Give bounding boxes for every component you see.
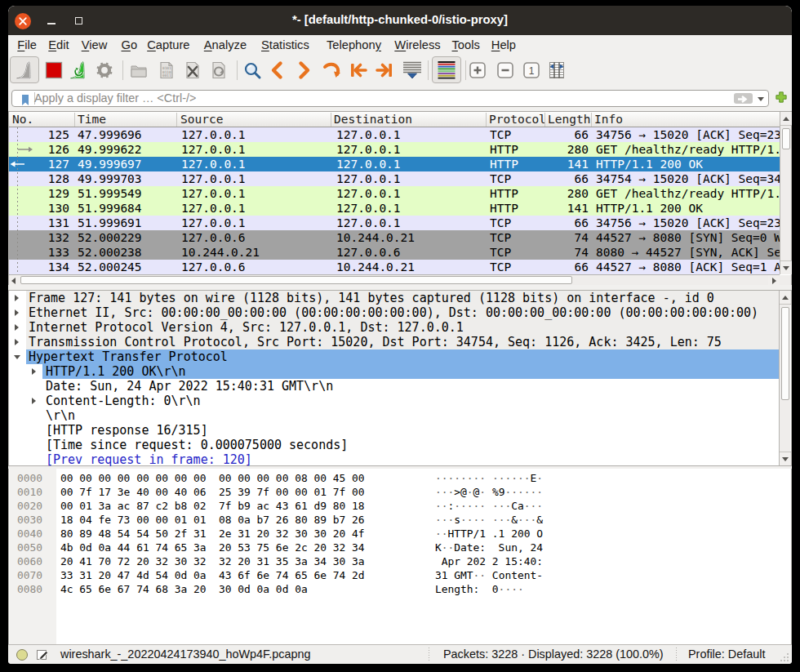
scroll-thumb[interactable] (781, 307, 789, 400)
go-last-packet-icon[interactable] (375, 60, 394, 80)
column-header-protocol[interactable]: Protocol (489, 112, 546, 127)
hex-row-0030[interactable]: 003018 04 fe 73 00 00 01 01 08 0a b7 26 … (9, 513, 791, 527)
column-separator[interactable] (74, 113, 75, 127)
auto-scroll-icon[interactable] (402, 60, 422, 80)
find-packet-icon[interactable] (242, 60, 262, 80)
hex-row-0050[interactable]: 00504b 0d 0a 44 61 74 65 3a 20 53 75 6e … (9, 541, 791, 554)
filter-add-button[interactable] (774, 90, 789, 105)
filter-bookmark-button[interactable] (16, 92, 35, 105)
packet-row-126[interactable]: 12649.999622127.0.0.1127.0.0.1HTTP280GET… (9, 142, 780, 157)
column-header-length[interactable]: Length (548, 112, 590, 127)
go-back-icon[interactable] (268, 60, 287, 80)
menu-help[interactable]: Help (491, 35, 516, 55)
scroll-down-button[interactable] (780, 452, 791, 465)
detail-row[interactable]: Content-Length: 0\r\n (9, 394, 780, 408)
colorize-icon[interactable] (437, 60, 456, 80)
packet-row-128[interactable]: 12849.999703127.0.0.1127.0.0.1TCP6634754… (9, 171, 780, 186)
detail-row[interactable]: Date: Sun, 24 Apr 2022 15:40:31 GMT\r\n (9, 379, 780, 394)
packet-list-hscrollbar[interactable] (9, 274, 780, 285)
menu-analyze[interactable]: Analyze (204, 35, 247, 55)
menu-edit[interactable]: Edit (48, 35, 69, 55)
packet-row-133[interactable]: 13352.00023810.244.0.21127.0.0.6TCP74808… (9, 245, 780, 260)
expand-arrow-icon[interactable] (32, 368, 36, 375)
reload-file-icon[interactable] (209, 60, 229, 80)
packet-row-125[interactable]: 12547.999696127.0.0.1127.0.0.1TCP6634756… (9, 127, 780, 142)
expand-arrow-icon[interactable] (15, 295, 19, 301)
hex-row-0010[interactable]: 001000 7f 17 3e 40 00 40 06 25 39 7f 00 … (9, 485, 791, 499)
hex-row-0000[interactable]: 000000 00 00 00 00 00 00 00 00 00 00 00 … (9, 471, 791, 485)
restart-capture-icon[interactable] (69, 60, 88, 80)
column-header-destination[interactable]: Destination (334, 112, 412, 127)
expand-arrow-icon[interactable] (15, 339, 19, 345)
menu-view[interactable]: View (82, 35, 108, 55)
zoom-out-icon[interactable] (496, 60, 515, 80)
expand-arrow-icon[interactable] (32, 398, 36, 404)
menu-file[interactable]: File (17, 35, 37, 55)
expert-info-button[interactable] (16, 648, 29, 664)
column-separator[interactable] (544, 113, 545, 127)
go-to-packet-icon[interactable] (322, 60, 341, 80)
menu-telephony[interactable]: Telephony (327, 35, 381, 55)
scroll-thumb[interactable] (782, 128, 790, 149)
column-separator[interactable] (486, 113, 487, 127)
normal-size-icon[interactable]: 1 (522, 60, 541, 80)
menu-wireless[interactable]: Wireless (394, 35, 440, 55)
column-header-source[interactable]: Source (180, 112, 223, 127)
scroll-up-button[interactable] (780, 112, 792, 126)
resize-grip[interactable] (777, 650, 790, 663)
stop-capture-icon[interactable] (44, 60, 64, 80)
start-capture-fin-icon[interactable] (15, 60, 34, 80)
capture-file-name[interactable]: wireshark_-_20220424173940_hoWp4F.pcapng (60, 645, 310, 664)
detail-row[interactable]: [Prev request in frame: 120] (9, 452, 780, 467)
detail-row[interactable]: HTTP/1.1 200 OK\r\n (9, 364, 780, 379)
detail-row[interactable]: Hypertext Transfer Protocol (9, 349, 780, 364)
detail-row[interactable]: \r\n (9, 408, 780, 423)
filter-dropdown-caret[interactable] (758, 97, 764, 101)
detail-row[interactable]: Transmission Control Protocol, Src Port:… (9, 335, 780, 349)
menu-tools[interactable]: Tools (452, 35, 480, 55)
detail-row[interactable]: Internet Protocol Version 4, Src: 127.0.… (9, 320, 780, 335)
scroll-left-button[interactable] (9, 275, 20, 285)
hscroll-thumb[interactable] (20, 276, 572, 284)
go-first-packet-icon[interactable] (349, 60, 368, 80)
expand-arrow-icon[interactable] (15, 309, 19, 316)
details-vscrollbar[interactable] (779, 291, 790, 465)
profile-label[interactable]: Profile: Default (688, 645, 765, 664)
hex-row-0080[interactable]: 00804c 65 6e 67 74 68 3a 20 30 0d 0a 0d … (9, 582, 791, 596)
filter-apply-button[interactable] (734, 93, 753, 104)
scroll-right-button[interactable] (768, 275, 780, 285)
scroll-up-button[interactable] (780, 291, 791, 305)
packet-row-134[interactable]: 13452.000245127.0.0.610.244.0.21TCP66445… (9, 260, 780, 274)
packet-list-header[interactable]: No.TimeSourceDestinationProtocolLengthIn… (9, 112, 780, 127)
detail-row[interactable]: Ethernet II, Src: 00:00:00_00:00:00 (00:… (9, 305, 780, 320)
resize-columns-icon[interactable] (547, 60, 567, 80)
scroll-down-button[interactable] (780, 260, 792, 274)
detail-row[interactable]: [Time since request: 0.000075000 seconds… (9, 438, 780, 452)
column-separator[interactable] (591, 113, 592, 127)
expand-arrow-icon[interactable] (15, 324, 19, 331)
packet-list-vscrollbar[interactable] (780, 112, 791, 274)
column-separator[interactable] (331, 113, 331, 127)
collapse-arrow-icon[interactable] (14, 355, 20, 359)
packet-row-132[interactable]: 13252.000229127.0.0.610.244.0.21TCP74445… (9, 230, 780, 245)
capture-options-gear-icon[interactable] (95, 60, 114, 80)
column-separator[interactable] (176, 113, 177, 127)
open-file-icon[interactable] (129, 60, 149, 80)
menu-statistics[interactable]: Statistics (261, 35, 309, 55)
go-forward-icon[interactable] (294, 60, 313, 80)
column-header-time[interactable]: Time (78, 112, 106, 127)
menu-capture[interactable]: Capture (147, 35, 189, 55)
packet-row-131[interactable]: 13151.999691127.0.0.1127.0.0.1TCP6634756… (9, 216, 780, 230)
detail-row[interactable]: [HTTP response 16/315] (9, 423, 780, 438)
column-header-no[interactable]: No. (12, 112, 33, 127)
hex-row-0040[interactable]: 004080 89 48 54 54 50 2f 31 2e 31 20 32 … (9, 527, 791, 541)
save-file-icon[interactable]: 010101100011 (157, 60, 176, 80)
column-header-info[interactable]: Info (594, 112, 623, 127)
display-filter-input[interactable]: Apply a display filter … <Ctrl-/> (11, 90, 769, 107)
menu-go[interactable]: Go (122, 35, 138, 55)
hex-row-0070[interactable]: 007033 31 20 47 4d 54 0d 0a 43 6f 6e 74 … (9, 568, 791, 582)
zoom-in-icon[interactable] (468, 60, 487, 80)
detail-row[interactable]: Frame 127: 141 bytes on wire (1128 bits)… (9, 291, 780, 305)
hex-row-0020[interactable]: 002000 01 3a ac 87 c2 b8 02 7f b9 ac 43 … (9, 499, 791, 513)
packet-row-127[interactable]: 12749.999697127.0.0.1127.0.0.1HTTP141HTT… (9, 157, 780, 171)
